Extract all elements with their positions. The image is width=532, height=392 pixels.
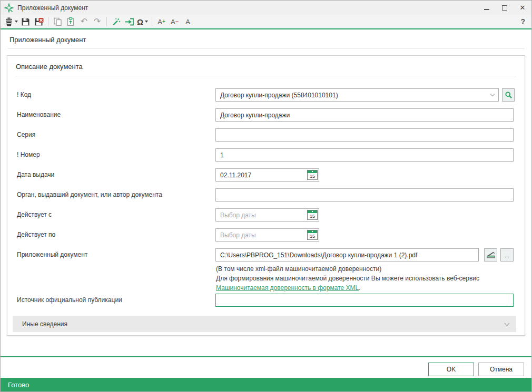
trash-icon — [5, 17, 13, 26]
authority-label: Орган, выдавший документ, или автор доку… — [17, 191, 162, 198]
scanner-icon — [487, 252, 495, 258]
caret-down-icon — [145, 21, 148, 23]
status-text: Готово — [8, 381, 29, 389]
paste-icon — [66, 17, 75, 26]
dialog-window: Приложенный документ ✕ — [0, 0, 532, 392]
undo-icon: ↶ — [81, 17, 87, 26]
code-combobox-value: Договор купли-продажи (558401010101) — [220, 92, 491, 99]
name-label: Наименование — [17, 111, 61, 118]
issue-date-picker[interactable]: 15 — [215, 168, 319, 182]
publication-source-label: Источник официальной публикации — [17, 296, 122, 304]
note-line-2: Для формирования машиночитаемой доверенн… — [216, 274, 479, 283]
magic-wand-button[interactable] — [110, 15, 123, 28]
copy-button[interactable] — [51, 15, 64, 28]
magic-wand-icon — [112, 17, 121, 26]
code-label: ! Код — [17, 91, 31, 98]
help-button[interactable]: ? — [520, 17, 525, 26]
calendar-icon-day: 15 — [308, 213, 317, 219]
issue-date-label: Дата выдачи — [17, 171, 54, 178]
save-close-icon — [34, 17, 44, 26]
maximize-button[interactable] — [496, 1, 514, 15]
insert-from-button[interactable] — [123, 15, 136, 28]
valid-to-picker[interactable]: 15 — [215, 228, 319, 242]
calendar-icon-header — [308, 230, 317, 233]
valid-from-input[interactable] — [216, 209, 290, 220]
calendar-icon-header — [308, 170, 317, 173]
calendar-icon-day: 15 — [308, 233, 317, 239]
font-reset-icon: A — [185, 18, 190, 25]
ok-button[interactable]: OK — [428, 363, 474, 376]
form-row-series: Серия — [7, 128, 525, 142]
page-divider — [8, 48, 525, 48]
calendar-icon[interactable]: 15 — [307, 210, 318, 220]
form-row-attached-file: Приложенный документ ... — [7, 248, 525, 262]
delete-button[interactable] — [4, 15, 19, 28]
form-row-number: ! Номер — [7, 148, 525, 162]
other-info-section-header[interactable]: Иные сведения — [13, 316, 516, 332]
issue-date-input[interactable] — [216, 169, 290, 180]
publication-source-input[interactable] — [215, 294, 514, 307]
paste-button[interactable] — [64, 15, 77, 28]
xml-power-of-attorney-link[interactable]: Машиночитаемая доверенность в формате XM… — [216, 284, 359, 292]
font-increase-button[interactable]: A+ — [155, 15, 168, 28]
toolbar: ↶ ↷ Ω A+ — [1, 15, 531, 29]
note-line-1: (В том числе xml-файл машиночитаемой дов… — [216, 264, 479, 274]
browse-button[interactable]: ... — [500, 248, 514, 262]
scan-button[interactable] — [484, 248, 497, 262]
window-title: Приложенный документ — [17, 4, 88, 12]
form-row-valid-to: Действует по 15 — [7, 228, 525, 242]
valid-from-label: Действует с — [17, 211, 52, 218]
toolbar-separator — [106, 17, 107, 26]
redo-button[interactable]: ↷ — [91, 15, 104, 28]
font-decrease-button[interactable]: A− — [168, 15, 181, 28]
valid-to-input[interactable] — [216, 229, 290, 240]
authority-input[interactable] — [215, 188, 514, 202]
symbol-button[interactable]: Ω — [136, 15, 149, 28]
close-button[interactable]: ✕ — [514, 1, 531, 15]
save-and-close-button[interactable] — [32, 15, 45, 28]
undo-button[interactable]: ↶ — [77, 15, 91, 28]
chevron-down-icon — [505, 320, 510, 326]
form-row-authority: Орган, выдавший документ, или автор доку… — [7, 188, 525, 202]
series-label: Серия — [17, 131, 35, 138]
valid-to-label: Действует по — [17, 231, 55, 238]
redo-icon: ↷ — [94, 17, 101, 26]
form-row-valid-from: Действует с 15 — [7, 208, 525, 222]
code-search-button[interactable] — [502, 88, 515, 102]
minimize-button[interactable] — [478, 1, 496, 15]
title-bar: Приложенный документ ✕ — [1, 1, 531, 15]
minus-icon: − — [175, 19, 179, 25]
omega-icon: Ω — [137, 18, 143, 26]
other-info-label: Иные сведения — [22, 320, 505, 328]
panel-title: Описание документа — [16, 63, 83, 71]
form-row-code: ! Код Договор купли-продажи (55840101010… — [7, 88, 525, 102]
calendar-icon[interactable]: 15 — [307, 170, 318, 180]
font-reset-button[interactable]: A — [181, 15, 194, 28]
toolbar-separator — [152, 17, 152, 26]
copy-icon — [53, 17, 62, 26]
window-controls: ✕ — [478, 1, 531, 15]
status-bar: Готово — [1, 378, 531, 392]
number-input[interactable] — [215, 148, 514, 162]
number-label: ! Номер — [17, 151, 40, 158]
valid-from-picker[interactable]: 15 — [215, 208, 319, 222]
toolbar-separator — [48, 17, 48, 26]
note-line-3: Машиночитаемая доверенность в формате XM… — [216, 283, 479, 293]
chevron-down-icon — [490, 92, 495, 96]
attached-file-notes: (В том числе xml-файл машиночитаемой дов… — [216, 264, 479, 293]
close-icon: ✕ — [520, 4, 526, 12]
form-row-publication-source: Источник официальной публикации — [7, 294, 525, 307]
attached-file-path-input[interactable] — [215, 248, 479, 262]
plus-icon: + — [162, 19, 165, 24]
caret-down-icon — [15, 21, 18, 23]
cancel-button[interactable]: Отмена — [478, 363, 524, 376]
code-combobox[interactable]: Договор купли-продажи (558401010101) — [215, 88, 499, 102]
form-row-issue-date: Дата выдачи 15 — [7, 168, 525, 182]
attached-file-label: Приложенный документ — [17, 251, 87, 258]
footer-divider — [1, 356, 531, 357]
save-button[interactable] — [19, 15, 32, 28]
series-input[interactable] — [215, 128, 514, 142]
name-input[interactable] — [215, 108, 514, 122]
calendar-icon-day: 15 — [308, 173, 317, 179]
calendar-icon[interactable]: 15 — [307, 230, 318, 240]
